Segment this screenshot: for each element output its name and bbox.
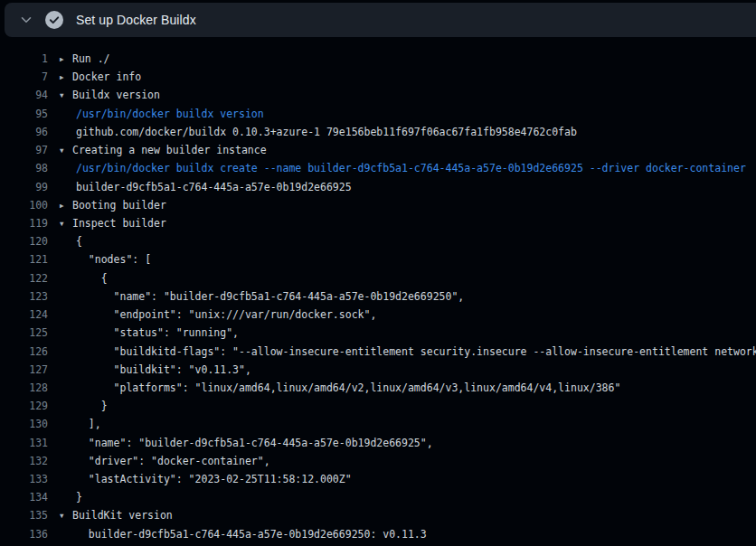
output-text: "driver": "docker-container",: [60, 452, 270, 470]
line-number[interactable]: 134: [0, 488, 48, 506]
log-line: 94▼Buildx version: [0, 86, 756, 104]
output-text: "name": "builder-d9cfb5a1-c764-445a-a57e…: [60, 287, 464, 306]
group-title[interactable]: Booting builder: [72, 199, 166, 212]
group-title[interactable]: Run ./: [72, 52, 110, 65]
log-line: 100▶Booting builder: [0, 196, 756, 214]
output-text: {: [60, 232, 82, 250]
log-group-toggle[interactable]: ▶Run ./: [60, 50, 110, 68]
line-number[interactable]: 98: [0, 159, 48, 177]
log-line: 1▶Run ./: [0, 50, 756, 68]
output-text: "buildkit": "v0.11.3",: [60, 361, 251, 379]
log-line: 125 "status": "running",: [0, 324, 756, 342]
log-line: 132 "driver": "docker-container",: [0, 452, 756, 470]
command-text: /usr/bin/docker buildx create --name bui…: [60, 159, 746, 177]
line-number[interactable]: 119: [0, 214, 48, 232]
output-text: builder-d9cfb5a1-c764-445a-a57e-0b19d2e6…: [60, 525, 427, 543]
line-number[interactable]: 120: [0, 232, 48, 250]
expand-group-icon[interactable]: ▶: [60, 69, 72, 86]
line-number[interactable]: 125: [0, 324, 48, 342]
log-line: 121 "nodes": [: [0, 250, 756, 268]
group-title[interactable]: Buildx version: [72, 89, 160, 101]
group-title[interactable]: Docker info: [72, 71, 141, 83]
line-number[interactable]: 127: [0, 361, 48, 379]
line-number[interactable]: 133: [0, 470, 48, 488]
log-line: 99builder-d9cfb5a1-c764-445a-a57e-0b19d2…: [0, 178, 756, 196]
line-number[interactable]: 126: [0, 343, 48, 361]
line-number[interactable]: 123: [0, 287, 48, 306]
output-text: builder-d9cfb5a1-c764-445a-a57e-0b19d2e6…: [60, 178, 352, 196]
expand-group-icon[interactable]: ▶: [60, 197, 72, 214]
step-title: Set up Docker Buildx: [76, 13, 196, 27]
log-line: 95/usr/bin/docker buildx version: [0, 105, 756, 123]
line-number[interactable]: 1: [0, 50, 48, 68]
line-number[interactable]: 129: [0, 397, 48, 415]
log-line: 131 "name": "builder-d9cfb5a1-c764-445a-…: [0, 434, 756, 452]
log-line: 136 builder-d9cfb5a1-c764-445a-a57e-0b19…: [0, 525, 756, 543]
collapse-group-icon[interactable]: ▼: [60, 215, 72, 232]
output-text: {: [60, 269, 108, 287]
line-number[interactable]: 121: [0, 250, 48, 268]
line-number[interactable]: 95: [0, 105, 48, 123]
log-line: 134}: [0, 488, 756, 506]
log-line: 135▼BuildKit version: [0, 506, 756, 524]
log-line: 119▼Inspect builder: [0, 214, 756, 232]
collapse-group-icon[interactable]: ▼: [60, 507, 72, 524]
group-title[interactable]: BuildKit version: [72, 509, 173, 522]
log-line: 96github.com/docker/buildx 0.10.3+azure-…: [0, 123, 756, 141]
log-output: 1▶Run ./7▶Docker info94▼Buildx version95…: [0, 50, 756, 543]
output-text: "status": "running",: [60, 324, 239, 342]
command-text: /usr/bin/docker buildx version: [60, 105, 264, 123]
output-text: "platforms": "linux/amd64,linux/amd64/v2…: [60, 379, 620, 397]
line-number[interactable]: 128: [0, 379, 48, 397]
line-number[interactable]: 135: [0, 506, 48, 524]
log-group-toggle[interactable]: ▼Buildx version: [60, 86, 160, 104]
line-number[interactable]: 136: [0, 525, 48, 543]
log-line: 126 "buildkitd-flags": "--allow-insecure…: [0, 343, 756, 361]
log-line: 123 "name": "builder-d9cfb5a1-c764-445a-…: [0, 287, 756, 306]
step-header[interactable]: Set up Docker Buildx: [5, 3, 756, 37]
log-line: 128 "platforms": "linux/amd64,linux/amd6…: [0, 379, 756, 397]
log-line: 97▼Creating a new builder instance: [0, 141, 756, 159]
log-group-toggle[interactable]: ▼BuildKit version: [60, 506, 173, 524]
line-number[interactable]: 97: [0, 141, 48, 159]
output-text: "name": "builder-d9cfb5a1-c764-445a-a57e…: [60, 434, 433, 452]
log-line: 124 "endpoint": "unix:///var/run/docker.…: [0, 306, 756, 324]
output-text: }: [60, 397, 108, 415]
log-line: 7▶Docker info: [0, 68, 756, 86]
line-number[interactable]: 96: [0, 123, 48, 141]
line-number[interactable]: 132: [0, 452, 48, 470]
output-text: "lastActivity": "2023-02-25T11:58:12.000…: [60, 470, 352, 488]
log-line: 120{: [0, 232, 756, 250]
line-number[interactable]: 94: [0, 86, 48, 104]
line-number[interactable]: 124: [0, 306, 48, 324]
output-text: }: [60, 488, 82, 506]
output-text: github.com/docker/buildx 0.10.3+azure-1 …: [60, 123, 577, 141]
log-group-toggle[interactable]: ▼Creating a new builder instance: [60, 141, 267, 159]
group-title[interactable]: Inspect builder: [72, 217, 166, 230]
log-line: 122 {: [0, 269, 756, 287]
line-number[interactable]: 122: [0, 269, 48, 287]
log-group-toggle[interactable]: ▼Inspect builder: [60, 214, 166, 232]
output-text: "buildkitd-flags": "--allow-insecure-ent…: [60, 343, 756, 361]
chevron-down-icon[interactable]: [19, 13, 33, 27]
log-group-toggle[interactable]: ▶Booting builder: [60, 196, 166, 214]
line-number[interactable]: 99: [0, 178, 48, 196]
group-title[interactable]: Creating a new builder instance: [72, 144, 267, 156]
collapse-group-icon[interactable]: ▼: [60, 142, 72, 159]
collapse-group-icon[interactable]: ▼: [60, 87, 72, 104]
output-text: "endpoint": "unix:///var/run/docker.sock…: [60, 306, 376, 324]
output-text: ],: [60, 415, 101, 433]
expand-group-icon[interactable]: ▶: [60, 51, 72, 68]
log-line: 133 "lastActivity": "2023-02-25T11:58:12…: [0, 470, 756, 488]
check-circle-icon: [45, 11, 63, 29]
line-number[interactable]: 131: [0, 434, 48, 452]
log-line: 98/usr/bin/docker buildx create --name b…: [0, 159, 756, 177]
actions-log-viewer: Set up Docker Buildx 1▶Run ./7▶Docker in…: [0, 0, 756, 546]
log-line: 130 ],: [0, 415, 756, 433]
line-number[interactable]: 130: [0, 415, 48, 433]
log-group-toggle[interactable]: ▶Docker info: [60, 68, 141, 86]
log-line: 129 }: [0, 397, 756, 415]
output-text: "nodes": [: [60, 250, 151, 268]
line-number[interactable]: 100: [0, 196, 48, 214]
line-number[interactable]: 7: [0, 68, 48, 86]
